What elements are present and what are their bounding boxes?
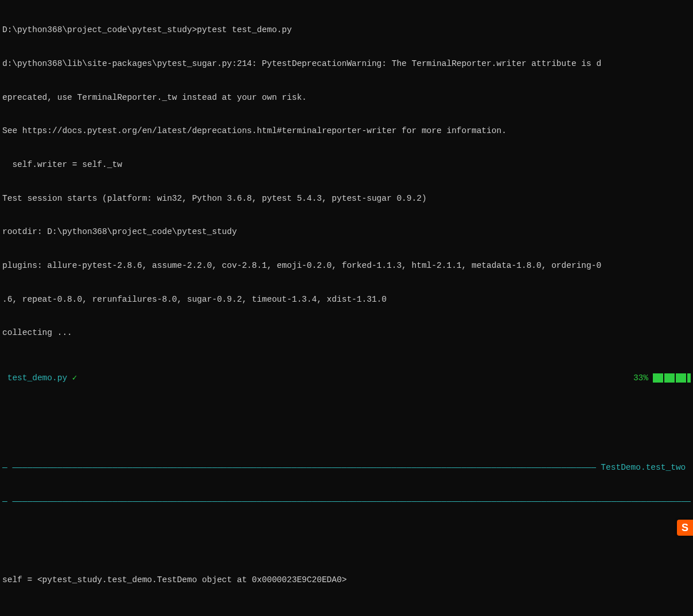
progress-percent: 33% — [614, 373, 653, 384]
separator-dash: ― ――――――――――――――――――――――――――――――――――――――… — [2, 462, 596, 474]
deprecation-warning-line: eprecated, use TerminalReporter._tw inst… — [2, 92, 691, 104]
plugins-line: plugins: allure-pytest-2.8.6, assume-2.2… — [2, 260, 691, 272]
blank-line — [2, 541, 691, 552]
blank-line — [2, 608, 691, 616]
plugins-line: .6, repeat-0.8.0, rerunfailures-8.0, sug… — [2, 294, 691, 306]
separator-dash: ― ――――――――――――――――――――――――――――――――――――――… — [2, 496, 691, 508]
progress-row-33: test_demo.py ✓ 33% — [2, 373, 691, 384]
failure-title: TestDemo.test_two — [596, 462, 691, 474]
deprecation-warning-line: d:\python368\lib\site-packages\pytest_su… — [2, 59, 691, 70]
ime-label: S — [682, 521, 688, 535]
deprecation-docs-link: See https://docs.pytest.org/en/latest/de… — [2, 126, 691, 137]
blank-line — [2, 418, 691, 429]
pass-check-icon: ✓ — [72, 373, 77, 383]
terminal-output[interactable]: D:\python368\project_code\pytest_study>p… — [0, 0, 693, 616]
shell-prompt: D:\python368\project_code\pytest_study>p… — [2, 25, 691, 36]
self-repr: self = <pytest_study.test_demo.TestDemo … — [2, 575, 691, 586]
progress-block — [664, 373, 675, 383]
collecting-line: collecting ... — [2, 328, 691, 339]
progress-block — [653, 373, 663, 383]
test-file-label: test_demo.py — [2, 373, 72, 383]
deprecation-code-line: self.writer = self._tw — [2, 159, 691, 171]
progress-block — [687, 373, 691, 383]
progress-bar — [653, 373, 691, 383]
progress-block — [676, 373, 686, 383]
session-start: Test session starts (platform: win32, Py… — [2, 193, 691, 205]
failure-header: ― ――――――――――――――――――――――――――――――――――――――… — [2, 462, 691, 474]
ime-indicator-icon[interactable]: S — [677, 520, 693, 536]
rootdir-line: rootdir: D:\python368\project_code\pytes… — [2, 227, 691, 238]
